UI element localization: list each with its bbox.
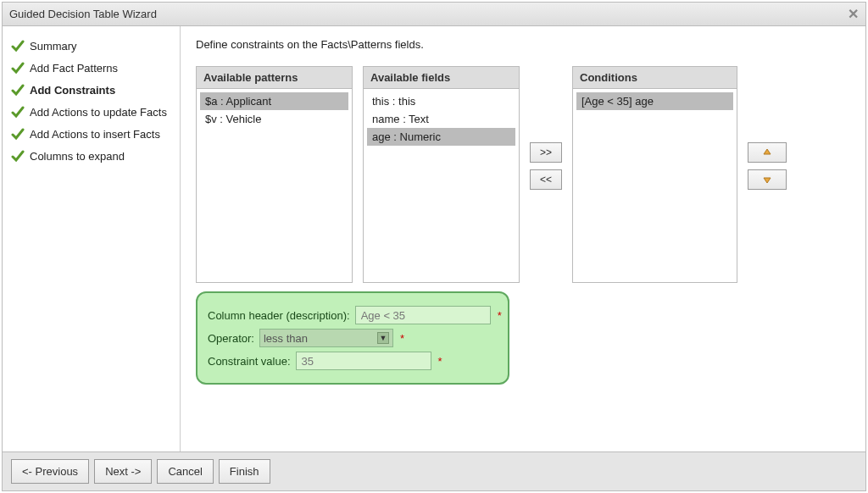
check-icon <box>11 39 25 53</box>
list-item[interactable]: [Age < 35] age <box>576 92 733 110</box>
column-header-label: Column header (description): <box>208 309 350 322</box>
constraint-value-input[interactable] <box>296 352 431 370</box>
operator-select[interactable]: less than ▼ <box>259 329 393 347</box>
arrow-down-icon <box>762 174 772 185</box>
panel-header: Available patterns <box>197 67 352 89</box>
constraint-value-row: Constraint value: * <box>208 352 498 370</box>
panels-row: Available patterns $a : Applicant $v : V… <box>196 66 850 283</box>
required-mark: * <box>400 332 404 345</box>
instruction-text: Define constraints on the Facts\Patterns… <box>196 38 850 51</box>
check-icon <box>11 83 25 97</box>
list-item[interactable]: name : Text <box>367 110 515 128</box>
title-bar: Guided Decision Table Wizard ✕ <box>3 3 865 26</box>
check-icon <box>11 105 25 119</box>
step-summary[interactable]: Summary <box>11 35 180 57</box>
step-label: Add Actions to insert Facts <box>30 128 160 141</box>
constraint-value-label: Constraint value: <box>208 355 291 368</box>
conditions-panel: Conditions [Age < 35] age <box>572 66 737 283</box>
check-icon <box>11 127 25 141</box>
dropdown-icon: ▼ <box>377 332 389 344</box>
step-add-actions-insert[interactable]: Add Actions to insert Facts <box>11 123 180 145</box>
list-item[interactable]: $v : Vehicle <box>200 110 348 128</box>
main-content: Define constraints on the Facts\Patterns… <box>181 26 865 451</box>
reorder-buttons <box>748 66 787 190</box>
step-label: Summary <box>30 40 77 53</box>
arrow-up-icon <box>762 147 772 158</box>
steps-sidebar: Summary Add Fact Patterns Add Constraint… <box>3 26 181 451</box>
list-item[interactable]: age : Numeric <box>367 128 515 146</box>
wizard-footer: <- Previous Next -> Cancel Finish <box>3 451 865 490</box>
check-icon <box>11 61 25 75</box>
conditions-list: [Age < 35] age <box>573 89 737 282</box>
operator-value: less than <box>264 332 308 345</box>
add-button[interactable]: >> <box>530 142 562 163</box>
move-up-button[interactable] <box>748 142 787 163</box>
operator-label: Operator: <box>208 332 254 345</box>
wizard-body: Summary Add Fact Patterns Add Constraint… <box>3 26 865 451</box>
step-columns-expand[interactable]: Columns to expand <box>11 145 180 167</box>
available-fields-panel: Available fields this : this name : Text… <box>363 66 520 283</box>
step-add-constraints[interactable]: Add Constraints <box>11 79 180 101</box>
cancel-button[interactable]: Cancel <box>157 459 213 484</box>
fields-list: this : this name : Text age : Numeric <box>364 89 519 282</box>
check-icon <box>11 149 25 163</box>
remove-button[interactable]: << <box>530 169 562 190</box>
required-mark: * <box>438 355 442 368</box>
column-header-input[interactable] <box>355 306 491 324</box>
finish-button[interactable]: Finish <box>219 459 270 484</box>
move-down-button[interactable] <box>748 169 787 190</box>
step-label: Columns to expand <box>30 150 125 163</box>
required-mark: * <box>498 309 502 322</box>
step-add-fact-patterns[interactable]: Add Fact Patterns <box>11 57 180 79</box>
step-add-actions-update[interactable]: Add Actions to update Facts <box>11 101 180 123</box>
step-label: Add Fact Patterns <box>30 62 118 75</box>
patterns-list: $a : Applicant $v : Vehicle <box>197 89 352 282</box>
step-label: Add Constraints <box>30 84 115 97</box>
wizard-window: Guided Decision Table Wizard ✕ Summary A… <box>2 2 866 491</box>
column-header-row: Column header (description): * <box>208 306 498 324</box>
available-patterns-panel: Available patterns $a : Applicant $v : V… <box>196 66 353 283</box>
transfer-buttons: >> << <box>530 66 562 190</box>
panel-header: Conditions <box>573 67 737 89</box>
previous-button[interactable]: <- Previous <box>11 459 89 484</box>
panel-header: Available fields <box>364 67 519 89</box>
window-title: Guided Decision Table Wizard <box>9 8 157 20</box>
close-icon[interactable]: ✕ <box>848 6 859 22</box>
next-button[interactable]: Next -> <box>94 459 152 484</box>
step-label: Add Actions to update Facts <box>30 106 167 119</box>
operator-row: Operator: less than ▼ * <box>208 329 498 347</box>
list-item[interactable]: this : this <box>367 92 515 110</box>
list-item[interactable]: $a : Applicant <box>200 92 348 110</box>
condition-details-box: Column header (description): * Operator:… <box>196 291 509 385</box>
